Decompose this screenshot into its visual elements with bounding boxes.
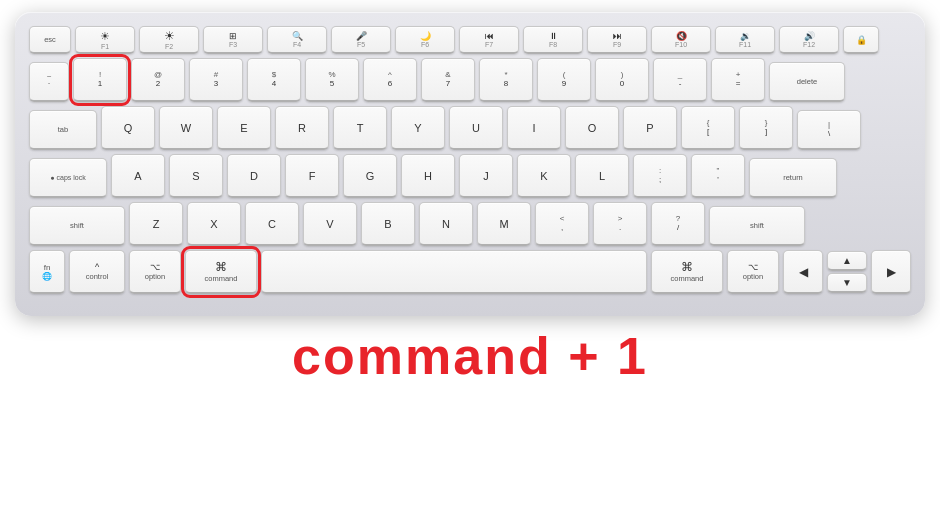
key-delete[interactable]: delete xyxy=(769,62,845,102)
key-arrow-down[interactable]: ▼ xyxy=(827,273,867,293)
key-equals[interactable]: += xyxy=(711,58,765,102)
key-fn[interactable]: fn 🌐 xyxy=(29,250,65,294)
key-n[interactable]: N xyxy=(419,202,473,246)
key-quote[interactable]: "' xyxy=(691,154,745,198)
key-f4[interactable]: 🔍F4 xyxy=(267,26,327,54)
qwerty-row: tab Q W E R T Y U I O P {[ }] |\ xyxy=(29,106,911,150)
key-i[interactable]: I xyxy=(507,106,561,150)
key-1[interactable]: !1 xyxy=(73,58,127,102)
key-backtick[interactable]: ~` xyxy=(29,62,69,102)
key-f9[interactable]: ⏭F9 xyxy=(587,26,647,54)
key-f7[interactable]: ⏮F7 xyxy=(459,26,519,54)
key-l[interactable]: L xyxy=(575,154,629,198)
key-control[interactable]: ^ control xyxy=(69,250,125,294)
key-bracket-right[interactable]: }] xyxy=(739,106,793,150)
key-bracket-left[interactable]: {[ xyxy=(681,106,735,150)
number-row: ~` !1 @2 #3 $4 %5 ^6 &7 *8 (9 )0 xyxy=(29,58,911,102)
key-f[interactable]: F xyxy=(285,154,339,198)
key-d[interactable]: D xyxy=(227,154,281,198)
key-u[interactable]: U xyxy=(449,106,503,150)
key-f6[interactable]: 🌙F6 xyxy=(395,26,455,54)
bottom-row: fn 🌐 ^ control ⌥ option ⌘ command ⌘ comm… xyxy=(29,250,911,294)
zxcv-row: shift Z X C V B N M <, >. ?/ shift xyxy=(29,202,911,246)
key-tab[interactable]: tab xyxy=(29,110,97,150)
key-f12[interactable]: 🔊F12 xyxy=(779,26,839,54)
key-7[interactable]: &7 xyxy=(421,58,475,102)
key-8[interactable]: *8 xyxy=(479,58,533,102)
key-arrow-right[interactable]: ▶ xyxy=(871,250,911,294)
key-4[interactable]: $4 xyxy=(247,58,301,102)
key-space[interactable] xyxy=(261,250,647,294)
key-w[interactable]: W xyxy=(159,106,213,150)
key-f2[interactable]: ☀F2 xyxy=(139,26,199,54)
key-e[interactable]: E xyxy=(217,106,271,150)
key-j[interactable]: J xyxy=(459,154,513,198)
key-a[interactable]: A xyxy=(111,154,165,198)
key-5[interactable]: %5 xyxy=(305,58,359,102)
key-comma[interactable]: <, xyxy=(535,202,589,246)
key-3[interactable]: #3 xyxy=(189,58,243,102)
key-return[interactable]: return xyxy=(749,158,837,198)
key-f3[interactable]: ⊞F3 xyxy=(203,26,263,54)
key-f11[interactable]: 🔉F11 xyxy=(715,26,775,54)
key-c[interactable]: C xyxy=(245,202,299,246)
shortcut-label: command + 1 xyxy=(292,326,648,386)
key-command-right[interactable]: ⌘ command xyxy=(651,250,723,294)
key-semicolon[interactable]: :; xyxy=(633,154,687,198)
key-z[interactable]: Z xyxy=(129,202,183,246)
key-o[interactable]: O xyxy=(565,106,619,150)
key-b[interactable]: B xyxy=(361,202,415,246)
key-6[interactable]: ^6 xyxy=(363,58,417,102)
key-f10[interactable]: 🔇F10 xyxy=(651,26,711,54)
key-minus[interactable]: _- xyxy=(653,58,707,102)
key-period[interactable]: >. xyxy=(593,202,647,246)
key-esc[interactable]: esc xyxy=(29,26,71,54)
key-f1[interactable]: ☀F1 xyxy=(75,26,135,54)
key-g[interactable]: G xyxy=(343,154,397,198)
fn-row: esc ☀F1 ☀F2 ⊞F3 🔍F4 🎤F5 🌙F6 ⏮F7 ⏸F8 ⏭F9 … xyxy=(29,26,911,54)
keyboard: esc ☀F1 ☀F2 ⊞F3 🔍F4 🎤F5 🌙F6 ⏮F7 ⏸F8 ⏭F9 … xyxy=(15,12,925,316)
key-shift-right[interactable]: shift xyxy=(709,206,805,246)
key-backslash[interactable]: |\ xyxy=(797,110,861,150)
key-option-left[interactable]: ⌥ option xyxy=(129,250,181,294)
key-k[interactable]: K xyxy=(517,154,571,198)
key-t[interactable]: T xyxy=(333,106,387,150)
key-r[interactable]: R xyxy=(275,106,329,150)
key-q[interactable]: Q xyxy=(101,106,155,150)
key-s[interactable]: S xyxy=(169,154,223,198)
key-arrow-up[interactable]: ▲ xyxy=(827,251,867,271)
key-f8[interactable]: ⏸F8 xyxy=(523,26,583,54)
key-y[interactable]: Y xyxy=(391,106,445,150)
key-option-right[interactable]: ⌥ option xyxy=(727,250,779,294)
asdf-row: ● caps lock A S D F G H J K L :; "' retu… xyxy=(29,154,911,198)
key-0[interactable]: )0 xyxy=(595,58,649,102)
key-shift-left[interactable]: shift xyxy=(29,206,125,246)
key-command-left[interactable]: ⌘ command xyxy=(185,250,257,294)
key-2[interactable]: @2 xyxy=(131,58,185,102)
key-h[interactable]: H xyxy=(401,154,455,198)
key-9[interactable]: (9 xyxy=(537,58,591,102)
key-arrow-left[interactable]: ◀ xyxy=(783,250,823,294)
key-f5[interactable]: 🎤F5 xyxy=(331,26,391,54)
key-v[interactable]: V xyxy=(303,202,357,246)
key-caps-lock[interactable]: ● caps lock xyxy=(29,158,107,198)
key-fn-lock[interactable]: 🔒 xyxy=(843,26,879,54)
key-x[interactable]: X xyxy=(187,202,241,246)
key-p[interactable]: P xyxy=(623,106,677,150)
key-slash[interactable]: ?/ xyxy=(651,202,705,246)
key-m[interactable]: M xyxy=(477,202,531,246)
